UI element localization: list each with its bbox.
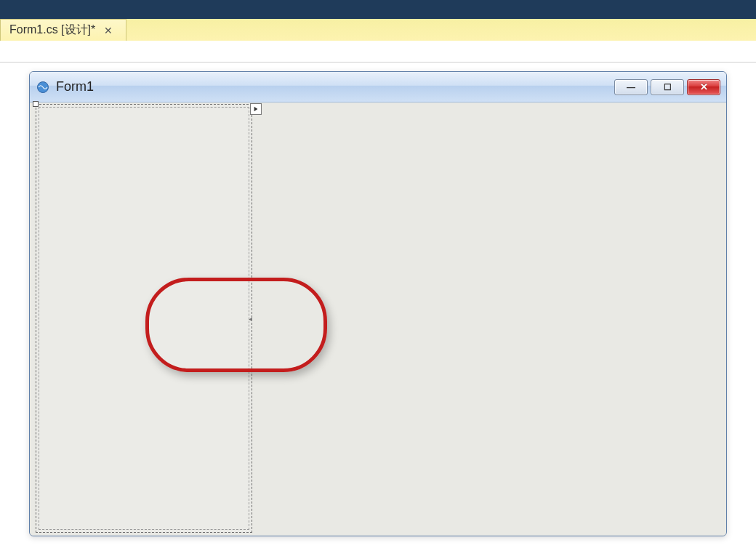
selected-control-menustrip[interactable]: ◂ <box>36 104 252 533</box>
resize-grip-icon[interactable]: ◂ <box>248 313 252 324</box>
maximize-icon: ☐ <box>664 83 672 92</box>
smart-tag-glyph[interactable] <box>250 103 262 115</box>
selection-handle-top-left[interactable] <box>33 101 39 107</box>
document-tab-form1[interactable]: Form1.cs [设计]* ✕ <box>0 19 126 41</box>
close-button[interactable]: ✕ <box>687 79 720 95</box>
form-title: Form1 <box>56 79 608 94</box>
tab-label: Form1.cs [设计]* <box>9 23 95 38</box>
minimize-button[interactable]: — <box>614 79 648 95</box>
minimize-icon: — <box>627 83 635 92</box>
form-icon <box>36 80 50 94</box>
form-client-area[interactable]: ◂ <box>30 102 726 536</box>
maximize-button[interactable]: ☐ <box>651 79 684 95</box>
designed-form-window[interactable]: Form1 — ☐ ✕ ◂ <box>29 71 727 536</box>
svg-marker-2 <box>254 107 258 111</box>
close-icon: ✕ <box>700 82 708 92</box>
window-control-buttons: — ☐ ✕ <box>614 79 720 95</box>
tab-close-button[interactable]: ✕ <box>102 25 114 36</box>
form-titlebar: Form1 — ☐ ✕ <box>30 72 726 102</box>
toolbar-spacer <box>0 41 756 63</box>
document-tab-strip: Form1.cs [设计]* ✕ <box>0 0 756 41</box>
designer-surface[interactable]: Form1 — ☐ ✕ ◂ <box>0 63 756 548</box>
